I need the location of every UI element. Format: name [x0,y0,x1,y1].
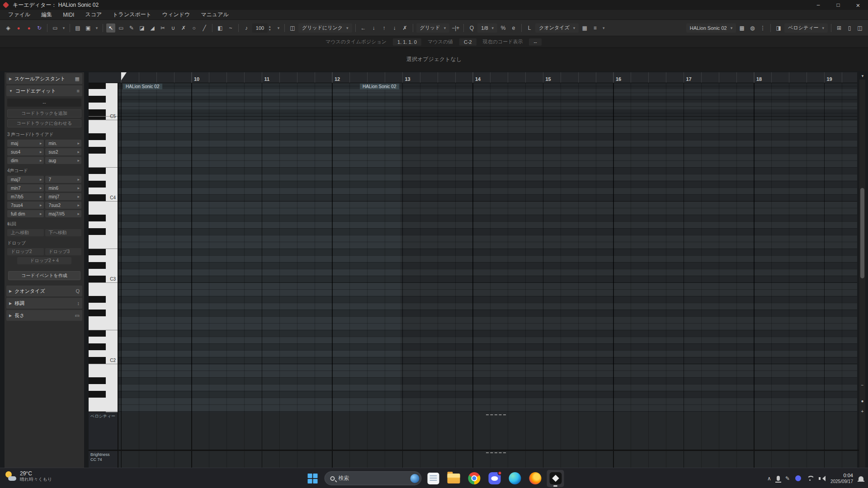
menu-item[interactable]: スコア [80,10,106,19]
volume-icon[interactable] [819,476,825,481]
taskbar-app-chrome[interactable] [466,470,483,487]
section-transpose[interactable]: ▶ 移調 ↕ [6,298,82,309]
chord-button[interactable]: min. [45,140,82,147]
taskbar-app-notepad[interactable] [425,470,442,487]
taskbar-app-edge[interactable] [506,470,524,487]
menu-item[interactable]: MIDI [58,11,79,19]
globe-icon[interactable]: ◍ [748,23,757,33]
taskbar-app-discord[interactable] [486,470,503,487]
maximize-button[interactable] [828,0,848,10]
section-chord-edit[interactable]: ▼ コードエディット ≡ [6,85,82,96]
section-quantize[interactable]: ▶ クオンタイズ Q [6,286,82,296]
piano-view-icon[interactable]: ▦ [580,23,589,33]
event-colors-select[interactable]: ベロシティー [784,23,828,33]
chord-button[interactable]: min7 [7,184,44,192]
mute-tool-button[interactable]: ✗ [179,23,188,33]
part-editing-dropdown[interactable] [94,23,99,33]
record-in-editor-button[interactable]: ● [24,23,33,33]
range-tool-button[interactable]: ▭ [117,23,126,33]
split-tool-button[interactable]: ✂ [158,23,167,33]
insert-velocity-value[interactable]: 100 [252,23,268,33]
discord-tray-icon[interactable] [795,475,801,481]
object-selection-dropdown[interactable] [61,23,66,33]
object-selection-icon[interactable]: ▭ [51,23,60,33]
glue-tool-button[interactable]: ∪ [169,23,178,33]
select-tool-button[interactable]: ↖ [106,23,115,33]
crossfade-icon[interactable]: ✗ [401,23,410,33]
draw-tool-button[interactable]: ✎ [127,23,136,33]
velocity-stepper[interactable] [269,25,274,31]
zoom-in-button[interactable]: + [859,408,865,414]
plusminus-icon[interactable]: −|+ [451,23,460,33]
grid-link-select[interactable]: グリッドにリンク [298,23,352,33]
chord-button[interactable]: min6 [45,184,82,192]
chord-button[interactable]: 7sus4 [7,202,44,209]
tray-expand-icon[interactable]: ∧ [767,475,771,482]
chord-button[interactable]: full dim [7,210,44,217]
part-start-marker[interactable] [121,72,127,80]
more-options-icon[interactable]: ⋮ [758,23,767,33]
auto-select-controllers-icon[interactable]: ▤ [73,23,82,33]
snap-icon[interactable]: ◫ [288,23,297,33]
section-scale-assistant[interactable]: ▶ スケールアシスタント ▦ [6,73,82,84]
ruler-menu-icon[interactable]: ▾ [859,73,866,79]
chord-button[interactable]: m7/b5 [7,193,44,200]
taskbar-app-explorer[interactable] [445,470,462,487]
cc-lane-label[interactable]: Brightness CC 74 [89,451,118,468]
chord-button[interactable]: sus4 [7,148,44,155]
drop-button[interactable]: ドロップ2 [7,248,44,255]
scrollbar-thumb[interactable] [860,188,864,278]
chord-button[interactable]: sus2 [45,148,82,155]
quantize-icon[interactable]: Q [467,23,476,33]
menu-item[interactable]: マニュアル [196,10,233,19]
add-chord-track-button[interactable]: コードトラックを追加 [7,109,81,117]
menu-item[interactable]: ファイル [4,10,35,19]
layers-icon[interactable]: ≡ [590,23,599,33]
pen-icon[interactable]: ✎ [785,475,790,482]
acoustic-feedback-button[interactable]: ● [14,23,23,33]
zoom-tool-button[interactable]: ○ [189,23,198,33]
zoom-out-button[interactable]: − [859,382,865,388]
velocity-lane-label[interactable]: ベロシティー [89,412,118,450]
wifi-icon[interactable] [807,476,813,481]
close-button[interactable] [848,0,868,10]
cc-lane[interactable] [118,451,857,468]
iterative-quantize-icon[interactable]: e [509,23,518,33]
search-box[interactable]: 検索 [325,471,422,485]
minimize-button[interactable] [808,0,828,10]
weather-widget[interactable]: 29°C 晴れ時々くもり [5,470,52,482]
part-name-label[interactable]: HALion Sonic 02 [123,84,162,89]
zoom-indicator-dot[interactable]: ● [859,398,865,404]
line-tool-button[interactable]: ╱ [200,23,209,33]
loop-icon[interactable]: ↻ [35,23,44,33]
section-length[interactable]: ▶ 長さ ▭ [6,310,82,321]
menu-item[interactable]: ウィンドウ [158,10,194,19]
clock[interactable]: 0:04 2025/09/17 [830,473,853,484]
create-chord-event-button[interactable]: コードイベントを作成 [8,271,80,280]
menu-item[interactable]: 編集 [37,10,57,19]
drop-2-4-button[interactable]: ドロップ2 + 4 [17,257,71,264]
nudge-up-icon[interactable]: ↑ [380,23,389,33]
pin-tool-icon[interactable]: ◈ [4,23,13,33]
trim-tool-button[interactable]: ◢ [148,23,157,33]
chord-button[interactable]: 7 [45,176,82,183]
nudge-left-icon[interactable]: ← [359,23,368,33]
erase-tool-button[interactable]: ◪ [137,23,146,33]
velocity-lane[interactable] [118,412,857,450]
taskbar-app-cubase[interactable] [547,470,564,487]
chord-button[interactable]: dim [7,157,44,164]
velocity-dropdown[interactable] [276,23,281,33]
chord-button[interactable]: maj7 [7,176,44,183]
window-zones-right-icon[interactable]: ◫ [855,23,864,33]
piano-keyboard[interactable]: C5C4C3C2 [89,83,118,412]
drop-button[interactable]: ドロップ3 [45,248,82,255]
start-button[interactable] [304,470,321,487]
window-zones-left-icon[interactable]: ⊞ [835,23,844,33]
note-grid[interactable]: HALion Sonic 02HALion Sonic 02 [118,83,857,412]
window-zones-mid-icon[interactable]: ▯ [845,23,854,33]
length-quantize-select[interactable]: クオンタイズ [535,23,579,33]
inversion-button[interactable]: 下へ移動 [45,229,82,236]
nudge-down-icon[interactable]: ↓ [369,23,378,33]
swing-icon[interactable]: % [499,23,508,33]
chord-button[interactable]: minj7 [45,193,82,200]
